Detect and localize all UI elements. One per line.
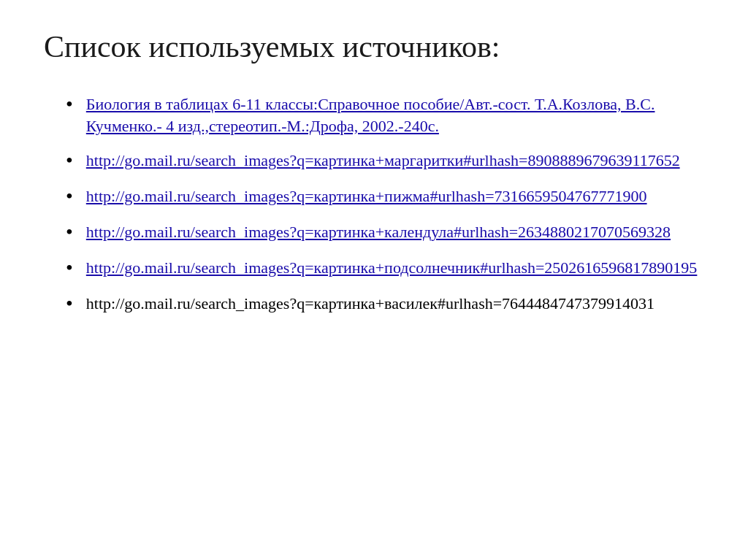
source-link-2[interactable]: http://go.mail.ru/search_images?q=картин…	[86, 151, 680, 169]
sources-list: •Биология в таблицах 6-11 классы:Справоч…	[66, 93, 704, 315]
list-item: •http://go.mail.ru/search_images?q=карти…	[66, 150, 704, 172]
bullet-icon: •	[66, 257, 73, 280]
bullet-icon: •	[66, 221, 73, 244]
list-item: •http://go.mail.ru/search_images?q=карти…	[66, 221, 704, 244]
bullet-icon: •	[66, 185, 73, 208]
source-link-4[interactable]: http://go.mail.ru/search_images?q=картин…	[86, 223, 671, 241]
page-title: Список используемых источников:	[44, 29, 704, 64]
list-item: •http://go.mail.ru/search_images?q=карти…	[66, 293, 704, 315]
source-link-5[interactable]: http://go.mail.ru/search_images?q=картин…	[86, 258, 698, 277]
bullet-icon: •	[66, 293, 73, 315]
list-item: •Биология в таблицах 6-11 классы:Справоч…	[66, 93, 704, 137]
source-link-3[interactable]: http://go.mail.ru/search_images?q=картин…	[86, 187, 647, 205]
bullet-icon: •	[66, 150, 73, 172]
list-item: •http://go.mail.ru/search_images?q=карти…	[66, 185, 704, 208]
source-text-6: http://go.mail.ru/search_images?q=картин…	[86, 294, 654, 312]
list-item: •http://go.mail.ru/search_images?q=карти…	[66, 257, 704, 280]
source-link-1[interactable]: Биология в таблицах 6-11 классы:Справочн…	[86, 95, 655, 135]
bullet-icon: •	[66, 93, 73, 116]
